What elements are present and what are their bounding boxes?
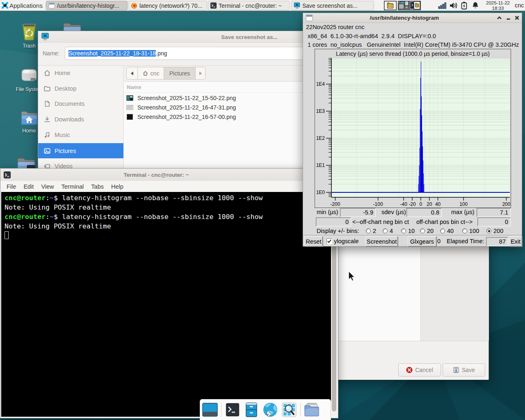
- dock-terminal-icon[interactable]: [224, 402, 241, 418]
- top-panel: Applications /usr/bin/latency-histogr...…: [0, 0, 525, 11]
- desktop-icon-label: Home: [22, 128, 36, 134]
- elapsed-time-field[interactable]: 87: [486, 237, 508, 246]
- taskbar-button-histogram[interactable]: /usr/bin/latency-histogr...: [46, 1, 128, 10]
- battery-icon[interactable]: [461, 2, 467, 9]
- radio-bins-2[interactable]: [366, 228, 371, 233]
- menu-terminal[interactable]: Terminal: [62, 183, 84, 190]
- sidebar-item-pictures[interactable]: Pictures: [38, 143, 123, 158]
- sidebar-item-label: Documents: [55, 100, 84, 107]
- radio-label[interactable]: 40: [447, 228, 454, 234]
- taskbar-button-screenshooter[interactable]: Save screenshot as...: [291, 1, 374, 10]
- cancel-label: Cancel: [415, 367, 433, 373]
- info-line-2: x86_64 6.1.0-30-rt-amd64 2.9.4 DISPLAY=:…: [306, 33, 436, 39]
- screenshot-button[interactable]: Screenshot: [365, 236, 398, 247]
- trash-icon: [19, 21, 39, 41]
- minimize-button[interactable]: [505, 14, 512, 21]
- network-signal-icon[interactable]: [438, 2, 447, 9]
- menu-view[interactable]: View: [41, 183, 54, 190]
- terminal-titlebar[interactable]: Terminal - cnc@router: ~: [0, 169, 338, 181]
- radio-bins-40[interactable]: [440, 228, 445, 233]
- max-value-field[interactable]: 7.1: [477, 208, 511, 217]
- app-finder-icon[interactable]: [281, 402, 297, 418]
- offchart-pos-field[interactable]: 0: [477, 217, 511, 226]
- breadcrumb-current-button[interactable]: Pictures: [164, 67, 196, 79]
- applications-menu[interactable]: Applications: [9, 2, 43, 9]
- workspace-pager[interactable]: [398, 1, 421, 10]
- system-info: 22Nov2025 router cnc x86_64 6.1.0-30-rt-…: [306, 23, 519, 50]
- notifications-icon[interactable]: [472, 2, 479, 9]
- radio-bins-20[interactable]: [420, 228, 425, 233]
- breadcrumb-home-label: cnc: [151, 70, 160, 77]
- radio-label[interactable]: 20: [427, 228, 434, 234]
- radio-bins-10[interactable]: [401, 228, 406, 233]
- file-manager-icon[interactable]: [243, 402, 260, 418]
- menu-help[interactable]: Help: [111, 183, 123, 190]
- svg-text:1E3: 1E3: [316, 108, 325, 114]
- cancel-button[interactable]: Cancel: [398, 363, 441, 377]
- sidebar-item-label: Desktop: [55, 85, 76, 92]
- menu-edit[interactable]: Edit: [23, 183, 34, 190]
- volume-icon[interactable]: [450, 2, 459, 9]
- info-line-1: 22Nov2025 router cnc: [306, 24, 365, 30]
- check-icon: [327, 239, 332, 244]
- svg-text:1E2: 1E2: [316, 135, 325, 141]
- latency-histogram-window: /usr/bin/latency-histogram 22Nov2025 rou…: [303, 13, 522, 247]
- histogram-titlebar[interactable]: /usr/bin/latency-histogram: [303, 13, 522, 23]
- offchart-pos-label: off-chart pos bin ct-->: [416, 219, 472, 225]
- sidebar-item-home[interactable]: Home: [38, 65, 123, 81]
- breadcrumb-back-button[interactable]: [127, 67, 138, 79]
- ylogscale-label[interactable]: ylogscale: [334, 238, 358, 244]
- sidebar-item-label: Pictures: [55, 148, 76, 154]
- close-button[interactable]: [514, 14, 520, 21]
- sidebar-item-documents[interactable]: Documents: [38, 96, 123, 112]
- sidebar-item-music[interactable]: Music: [38, 127, 123, 143]
- radio-label[interactable]: 4: [390, 228, 393, 234]
- taskbar-button-firefox[interactable]: latency (netowork?) 70...: [128, 1, 207, 10]
- offchart-neg-field[interactable]: 0: [316, 217, 351, 226]
- menu-tabs[interactable]: Tabs: [91, 183, 104, 190]
- breadcrumb-forward-button[interactable]: [196, 67, 205, 79]
- shade-button[interactable]: [496, 14, 503, 21]
- radio-label[interactable]: 100: [469, 228, 479, 234]
- prompt-separator: :: [46, 213, 50, 221]
- svg-text:-100: -100: [373, 201, 383, 207]
- sdev-value-field[interactable]: 0.8: [406, 208, 442, 217]
- reset-button[interactable]: Reset: [304, 236, 323, 247]
- radio-bins-200[interactable]: [486, 228, 491, 233]
- home-icon: [142, 71, 148, 76]
- glxgears-button[interactable]: Glxgears: [408, 236, 436, 247]
- breadcrumb-home-button[interactable]: cnc: [138, 67, 164, 79]
- taskbar-button-terminal[interactable]: Terminal - cnc@router: ~: [208, 1, 290, 10]
- exit-button[interactable]: Exit: [509, 236, 522, 247]
- radio-label[interactable]: 2: [373, 228, 376, 234]
- sidebar-item-downloads[interactable]: Downloads: [38, 112, 123, 127]
- web-browser-icon[interactable]: [262, 402, 278, 418]
- sidebar-item-desktop[interactable]: Desktop: [38, 81, 123, 96]
- dock-folder-icon[interactable]: [304, 402, 320, 418]
- filename-selected-text: Screenshot_2025-11-22_18-31-18: [68, 50, 156, 57]
- radio-label[interactable]: 10: [408, 228, 415, 234]
- xfce-menu-icon[interactable]: [2, 2, 8, 9]
- save-button[interactable]: Save: [443, 363, 485, 377]
- radio-label[interactable]: 200: [493, 228, 503, 234]
- menu-file[interactable]: File: [7, 183, 16, 190]
- radio-bins-100[interactable]: [462, 228, 467, 233]
- taskbar-button-label: Terminal - cnc@router: ~: [219, 2, 282, 9]
- file-name: Screenshot_2025-11-22_16-57-00.png: [137, 114, 236, 120]
- min-value-field[interactable]: -5.9: [340, 208, 376, 217]
- terminal-screen[interactable]: cnc@router:~$ latency-histogram --nobase…: [1, 192, 331, 417]
- document-icon: [43, 100, 51, 107]
- show-desktop-icon[interactable]: [202, 402, 218, 418]
- svg-text:-20: -20: [409, 201, 416, 207]
- home-icon: [43, 69, 51, 77]
- terminal-menubar: File Edit View Terminal Tabs Help: [1, 181, 338, 192]
- terminal-icon: [210, 2, 217, 9]
- prompt-user: cnc@router: [5, 194, 46, 202]
- ylogscale-checkbox[interactable]: [326, 238, 332, 244]
- panel-clock[interactable]: 2025-11-22 18:33: [484, 0, 511, 11]
- name-label: Name:: [43, 50, 59, 57]
- tray-screenshot-icon[interactable]: [384, 1, 397, 10]
- svg-text:0: 0: [420, 201, 422, 207]
- radio-bins-4[interactable]: [383, 228, 388, 233]
- terminal-command: latency-histogram --nobase --sbinsize 10…: [62, 213, 263, 221]
